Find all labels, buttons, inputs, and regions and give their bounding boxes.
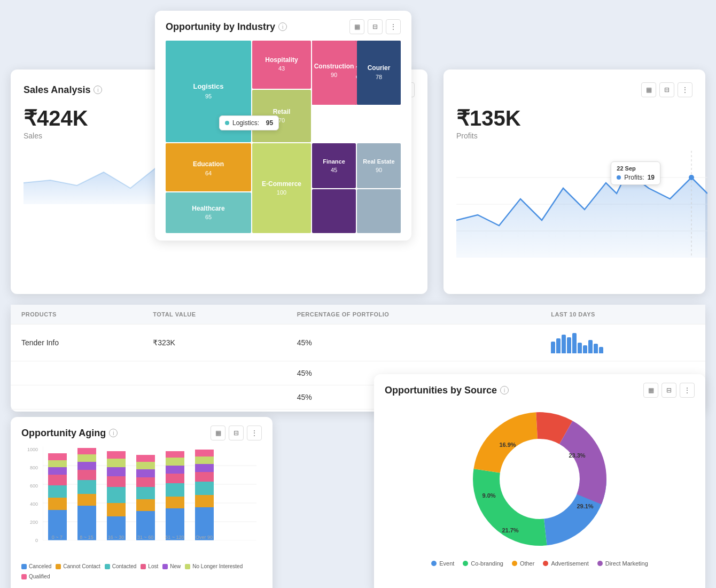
col-total-value: Total Value [142, 305, 286, 324]
svg-text:Logistics: Logistics [193, 82, 223, 90]
source-filter-btn[interactable]: ⊟ [661, 383, 676, 398]
svg-rect-56 [77, 462, 96, 470]
legend-label: Co-branding [471, 560, 503, 567]
opp-industry-more-btn[interactable]: ⋮ [386, 19, 401, 34]
legend-dot [512, 561, 517, 566]
svg-text:Courier: Courier [368, 64, 391, 72]
donut-legend: Event Co-branding Other Advertisement Di… [385, 560, 695, 567]
profits-card: ▦ ⊟ ⋮ ₹135K Profits 2 [443, 69, 705, 294]
svg-rect-51 [48, 453, 67, 460]
col-portfolio: Percentage of Portfolio [286, 305, 541, 324]
treemap-tooltip: Logistics: 95 [219, 115, 279, 130]
svg-rect-28 [357, 143, 401, 188]
profits-tooltip: 22 Sep Profits: 19 [611, 161, 660, 185]
y-axis: 1000 800 600 400 200 0 [21, 447, 40, 543]
svg-text:8 ~ 15: 8 ~ 15 [80, 535, 93, 540]
svg-text:23.3%: 23.3% [569, 452, 585, 459]
svg-text:Construction: Construction [314, 63, 354, 70]
profits-chart-btn[interactable]: ▦ [641, 82, 656, 97]
tooltip-dot [225, 121, 229, 125]
legend-dot [597, 561, 603, 566]
mini-bar [551, 342, 555, 353]
svg-text:29.1%: 29.1% [577, 503, 593, 509]
svg-rect-74 [166, 497, 184, 508]
treemap: Logistics 95 Hospitality 43 Construction… [166, 41, 401, 233]
svg-rect-61 [107, 487, 126, 503]
svg-text:70: 70 [278, 117, 285, 123]
svg-text:45: 45 [331, 167, 337, 173]
opportunities-source-card: Opportunities by Source i ▦ ⊟ ⋮ 23.3% 29… [374, 374, 705, 588]
legend-label: Event [439, 560, 454, 567]
svg-rect-35 [357, 189, 401, 233]
opportunity-industry-card: Opportunity by Industry i ▦ ⊟ ⋮ Logistic… [155, 11, 411, 241]
svg-rect-68 [136, 487, 155, 499]
product-mini-chart [540, 324, 705, 361]
aging-info-icon[interactable]: i [109, 429, 118, 437]
profits-chart: 22 Sep Profits: 19 [456, 151, 692, 258]
mini-bar [567, 337, 571, 353]
svg-text:16.9%: 16.9% [499, 442, 516, 448]
svg-rect-22 [252, 143, 311, 233]
source-info-icon[interactable]: i [500, 386, 509, 394]
legend-dot [543, 561, 548, 566]
col-products: Products [11, 305, 142, 324]
col-last10: Last 10 Days [540, 305, 705, 324]
svg-rect-78 [166, 458, 184, 466]
svg-text:61 ~ 120: 61 ~ 120 [165, 535, 184, 540]
aging-bar-chart: 1000 800 600 400 200 0 [21, 447, 262, 559]
sales-info-icon[interactable]: i [94, 86, 102, 94]
legend-label: Qualified [29, 574, 50, 579]
legend-dot [431, 561, 437, 566]
legend-label: Cannot Contact [63, 563, 100, 569]
mini-bar [583, 345, 587, 353]
source-chart-btn[interactable]: ▦ [643, 383, 658, 398]
svg-text:90: 90 [376, 167, 382, 173]
svg-text:43: 43 [278, 65, 285, 72]
source-more-btn[interactable]: ⋮ [680, 383, 695, 398]
svg-text:Hospitality: Hospitality [265, 56, 298, 64]
svg-text:Education: Education [193, 160, 224, 168]
svg-text:100: 100 [277, 189, 286, 196]
legend-qualified: Qualified [21, 574, 50, 579]
svg-rect-75 [166, 483, 184, 497]
mini-bar [578, 343, 582, 353]
opp-industry-info-icon[interactable]: i [278, 22, 287, 31]
aging-controls: ▦ ⊟ ⋮ [211, 425, 262, 440]
profits-filter-btn[interactable]: ⊟ [659, 82, 674, 97]
mini-bar [562, 335, 566, 353]
profits-more-btn[interactable]: ⋮ [678, 82, 692, 97]
svg-rect-64 [107, 459, 126, 467]
svg-rect-79 [166, 451, 184, 458]
svg-rect-84 [195, 464, 214, 472]
svg-rect-25 [312, 143, 356, 188]
svg-rect-81 [195, 495, 214, 507]
aging-filter-btn[interactable]: ⊟ [229, 425, 244, 440]
svg-text:16 ~ 30: 16 ~ 30 [108, 535, 124, 540]
svg-text:Over 90: Over 90 [196, 535, 213, 540]
profits-controls: ▦ ⊟ ⋮ [641, 82, 692, 97]
legend-cobranding: Co-branding [463, 560, 503, 567]
legend-dot [56, 564, 61, 569]
aging-chart-btn[interactable]: ▦ [211, 425, 225, 440]
profits-tooltip-dot [617, 175, 621, 180]
profits-label: Profits [456, 131, 692, 140]
opp-industry-filter-btn[interactable]: ⊟ [368, 19, 383, 34]
svg-rect-55 [77, 470, 96, 480]
mini-bar [594, 344, 598, 353]
profits-tooltip-value: 19 [648, 174, 655, 181]
legend-new: New [162, 563, 181, 569]
svg-text:78: 78 [376, 74, 382, 80]
profits-value: ₹135K [456, 106, 692, 130]
svg-text:Healthcare: Healthcare [192, 205, 225, 212]
legend-canceled: Canceled [21, 563, 51, 569]
legend-dot [162, 564, 168, 569]
opp-industry-chart-btn[interactable]: ▦ [349, 19, 364, 34]
y-label: 200 [30, 520, 38, 525]
legend-label: Advertisement [551, 560, 588, 567]
product-name [11, 385, 142, 409]
aging-more-btn[interactable]: ⋮ [247, 425, 262, 440]
legend-dot [21, 564, 27, 569]
svg-rect-46 [48, 498, 67, 510]
legend-no-longer-interested: No Longer Interested [185, 563, 243, 569]
legend-dot [463, 561, 468, 566]
